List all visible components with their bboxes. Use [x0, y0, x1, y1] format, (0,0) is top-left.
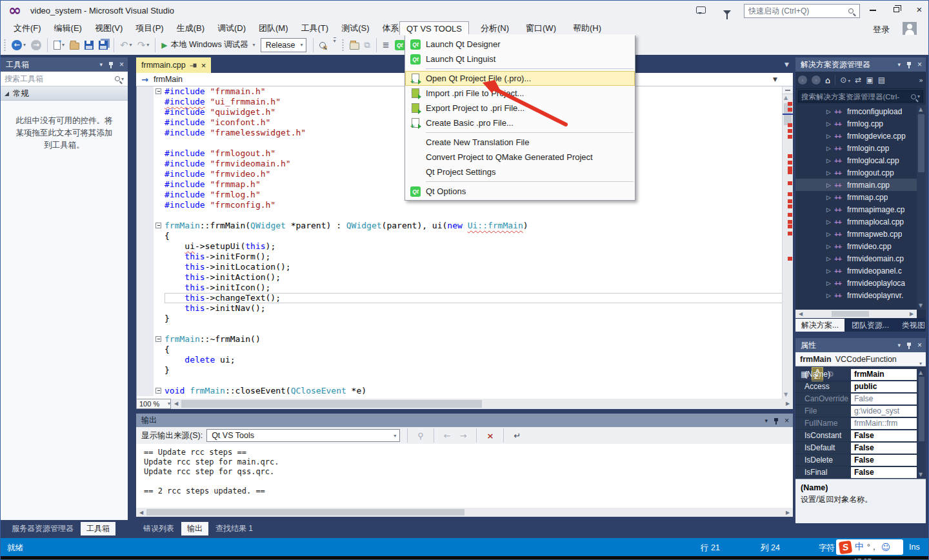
expander-icon[interactable]: ▷	[826, 133, 834, 139]
fold-collapse-icon[interactable]	[155, 88, 161, 94]
menubar-item-d[interactable]: 调试(D)	[211, 21, 252, 35]
tree-vertical-scrollbar[interactable]: ▲▼	[917, 105, 926, 310]
navigate-forward-button[interactable]: →	[30, 37, 43, 53]
pin-icon[interactable]	[108, 61, 114, 68]
previous-message-icon[interactable]: ←	[441, 431, 454, 441]
list-members-button[interactable]: ≣	[381, 37, 391, 53]
expander-icon[interactable]: ▷	[826, 231, 834, 237]
toolbox-search-input[interactable]	[5, 74, 115, 83]
qt-menu-item-qt-project-settings[interactable]: Qt Project Settings	[405, 165, 635, 179]
pin-icon[interactable]	[190, 63, 197, 68]
document-list-chevron-icon[interactable]: ▼	[784, 61, 789, 68]
property-value[interactable]: g:\video_syst	[851, 406, 917, 417]
ime-mode-chinese[interactable]: 中	[855, 541, 864, 553]
expander-icon[interactable]: ▷	[826, 182, 834, 188]
output-log[interactable]: == Update rcc steps ==Update rcc step fo…	[136, 444, 793, 496]
qt-menu-item-qt-options[interactable]: QtQt Options	[405, 184, 635, 199]
dock-tab-[interactable]: 错误列表	[137, 522, 180, 535]
qt-menu-item-import-pri-file-to-project[interactable]: Import .pri File to Project...	[405, 86, 635, 101]
scroll-left-icon[interactable]: ◀	[136, 508, 146, 517]
scroll-left-icon[interactable]: ◀	[171, 399, 181, 409]
fold-collapse-icon[interactable]	[155, 388, 161, 394]
expander-icon[interactable]: ▷	[826, 108, 834, 115]
property-row-isdefault[interactable]: IsDefaultFalse	[795, 442, 917, 454]
solution-tab-[interactable]: 类视图	[896, 319, 929, 332]
menubar-item-n[interactable]: 分析(N)	[474, 21, 515, 35]
expander-icon[interactable]: ▷	[826, 121, 834, 127]
property-value[interactable]: public	[851, 381, 917, 392]
open-file-button[interactable]	[68, 37, 81, 53]
home-icon[interactable]: ⌂	[825, 75, 830, 85]
scroll-right-icon[interactable]: ▶	[906, 310, 917, 318]
scrollbar-thumb[interactable]	[918, 114, 924, 172]
navigate-back-button[interactable]: ←▾	[10, 37, 27, 53]
tree-item-frmconfigupload[interactable]: ▷++frmconfigupload	[795, 105, 917, 117]
tree-item-frmvideoplaynvr[interactable]: ▷++frmvideoplaynvr.	[795, 289, 917, 301]
qt-menu-item-export-project-to-pri-file[interactable]: Export Project to .pri File...	[405, 101, 635, 115]
toolbox-search-box[interactable]: ▾	[1, 72, 128, 86]
window-position-icon[interactable]: ▾	[897, 338, 901, 352]
tree-item-frmvideomain-cp[interactable]: ▷++frmvideomain.cp	[795, 252, 917, 265]
property-row-canoverride[interactable]: CanOverrideFalse	[795, 393, 917, 405]
property-row-access[interactable]: Accesspublic	[795, 381, 917, 393]
properties-object-row[interactable]: frmMainVCCodeFunction ▾	[795, 352, 926, 366]
tree-item-frmlogin-cpp[interactable]: ▷++frmlogin.cpp	[795, 142, 917, 154]
scroll-down-icon[interactable]: ▼	[919, 472, 923, 477]
property-row-isconstant[interactable]: IsConstantFalse	[795, 430, 917, 442]
expander-icon[interactable]: ▷	[826, 280, 834, 286]
close-icon[interactable]: ×	[917, 61, 922, 68]
scroll-left-icon[interactable]: ◀	[795, 310, 806, 318]
close-icon[interactable]: ×	[119, 61, 124, 68]
menubar-item-h[interactable]: 帮助(H)	[566, 21, 608, 35]
find-message-icon[interactable]: ⚲	[415, 431, 426, 441]
property-row-isdelete[interactable]: IsDeleteFalse	[795, 454, 917, 466]
expander-icon[interactable]: ▷	[826, 170, 834, 176]
pin-icon[interactable]	[906, 61, 912, 68]
property-value[interactable]: False	[851, 455, 917, 466]
sogou-ime-icon[interactable]: S	[839, 540, 852, 554]
menubar-item-p[interactable]: 项目(P)	[129, 21, 170, 35]
tree-item-frmvideopanel-c[interactable]: ▷++frmvideopanel.c	[795, 265, 917, 277]
menubar-item-s[interactable]: 测试(S)	[335, 21, 375, 35]
clear-all-icon[interactable]: ×	[484, 431, 496, 441]
tree-item-frmvideo-cpp[interactable]: ▷++frmvideo.cpp	[795, 240, 917, 252]
window-position-icon[interactable]: ▾	[897, 57, 901, 72]
expander-icon[interactable]: ▷	[826, 292, 834, 299]
window-position-icon[interactable]: ▾	[99, 57, 103, 72]
preview-selected-items-icon[interactable]: ▣	[866, 75, 873, 85]
menubar-item-v[interactable]: 视图(V)	[88, 21, 129, 35]
dock-tab-[interactable]: 服务器资源管理器	[6, 522, 79, 535]
restore-button[interactable]	[887, 3, 905, 17]
close-tab-icon[interactable]: ×	[201, 61, 206, 70]
redo-button[interactable]: ↷▾	[136, 37, 151, 53]
scrollbar-thumb[interactable]	[146, 509, 464, 515]
document-tab-frmmain[interactable]: frmmain.cpp ×	[136, 57, 211, 73]
menubar-item-e[interactable]: 编辑(E)	[48, 21, 88, 35]
pending-changes-filter-icon[interactable]: ⊙▾	[840, 75, 850, 85]
tree-item-frmlog-cpp[interactable]: ▷++frmlog.cpp	[795, 117, 917, 130]
show-all-files-icon[interactable]: ▤	[878, 75, 885, 85]
qt-menu-item-create-basic-pro-file[interactable]: +Create Basic .pro File...	[405, 115, 635, 130]
scope-dropdown-icon[interactable]: ▼	[773, 76, 777, 83]
tree-item-frmmain-cpp[interactable]: ▷++frmmain.cpp	[795, 179, 917, 191]
expander-icon[interactable]: ▷	[826, 206, 834, 213]
qt-menu-item-launch-qt-linguist[interactable]: QtLaunch Qt Linguist	[405, 52, 635, 66]
solution-search-input[interactable]	[801, 93, 911, 101]
notifications-filter-icon[interactable]	[723, 8, 731, 17]
quick-launch-box[interactable]	[744, 4, 860, 18]
split-handle[interactable]	[783, 86, 793, 94]
menubar-item-b[interactable]: 生成(B)	[170, 21, 211, 35]
properties-title[interactable]: 属性 ▾×	[795, 338, 926, 352]
expander-icon[interactable]: ▷	[826, 157, 834, 164]
minimize-button[interactable]	[864, 3, 882, 17]
toolbar-grip[interactable]	[3, 39, 6, 52]
property-value[interactable]: frmMain::frm	[851, 418, 917, 429]
property-value[interactable]: frmMain	[851, 369, 917, 380]
window-position-icon[interactable]: ▾	[764, 414, 768, 428]
scrollbar-thumb[interactable]	[919, 377, 924, 441]
scroll-up-icon[interactable]: ▲	[919, 370, 923, 375]
scroll-up-icon[interactable]: ▲	[919, 106, 923, 112]
fold-collapse-icon[interactable]	[155, 336, 161, 342]
tree-item-frmmap-cpp[interactable]: ▷++frmmap.cpp	[795, 191, 917, 203]
scrollbar-thumb[interactable]	[181, 400, 482, 408]
